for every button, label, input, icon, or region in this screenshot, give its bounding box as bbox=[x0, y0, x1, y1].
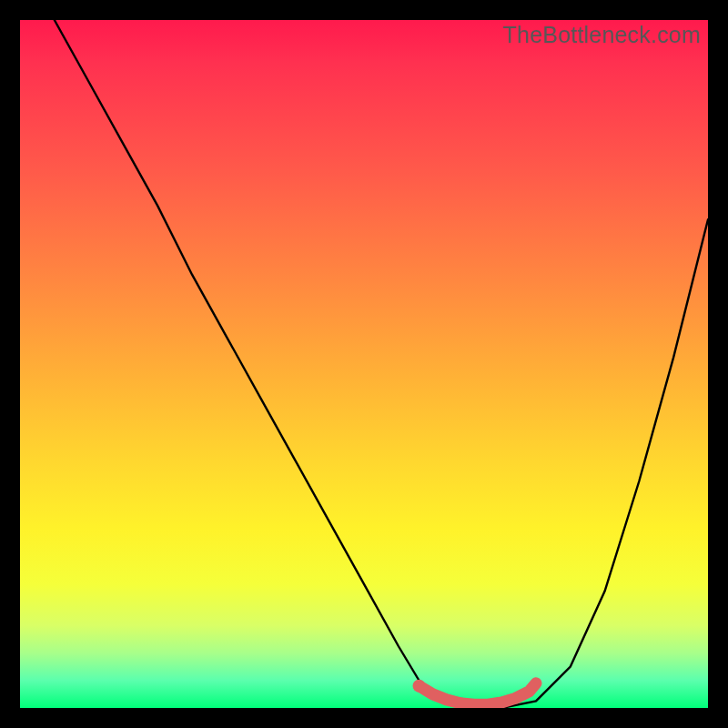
watermark-text: TheBottleneck.com bbox=[503, 22, 701, 48]
optimal-range-start-dot bbox=[413, 680, 426, 693]
bottleneck-curve bbox=[55, 20, 708, 708]
chart-overlay bbox=[20, 20, 708, 708]
chart-frame: TheBottleneck.com bbox=[20, 20, 708, 708]
optimal-range-marker bbox=[420, 683, 537, 704]
